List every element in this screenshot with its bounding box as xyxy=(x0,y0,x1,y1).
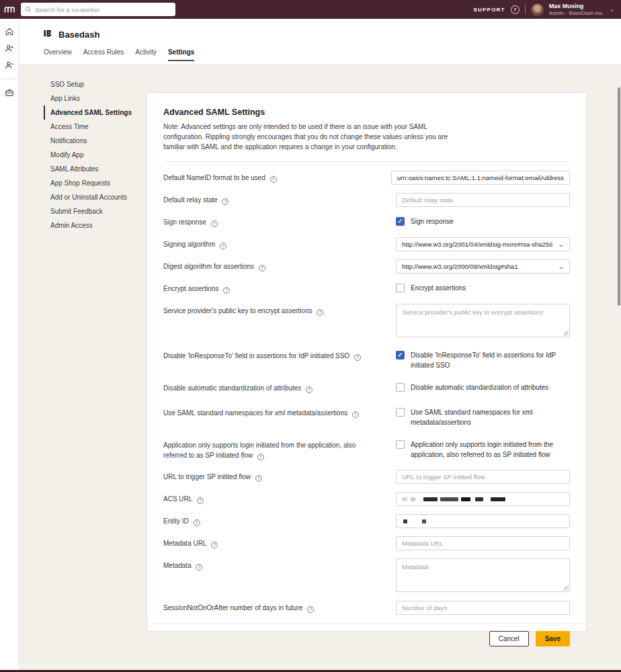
metadata-textarea[interactable]: Metadata xyxy=(396,558,570,592)
resize-handle-icon[interactable] xyxy=(564,586,569,591)
sidebar-item-app-links[interactable]: App Links xyxy=(44,91,147,106)
remove-user-icon[interactable] xyxy=(5,60,14,70)
cancel-button[interactable]: Cancel xyxy=(489,631,529,646)
sp-flow-url-input[interactable]: URL to trigger SP initited flow xyxy=(396,470,570,484)
session-days-input[interactable]: Number of days xyxy=(396,601,570,615)
acs-url-input[interactable] xyxy=(396,492,570,506)
question-icon[interactable]: ? xyxy=(257,454,264,460)
field-label: Disable automatic standardization of att… xyxy=(163,384,303,392)
briefcase-icon[interactable] xyxy=(5,88,14,97)
default-relay-state-input[interactable]: Default relay state xyxy=(396,193,570,207)
disable-inresponseto-checkbox[interactable]: ✓ xyxy=(396,351,405,360)
sidebar-item-app-shop-requests[interactable]: App Shop Requests xyxy=(44,176,147,190)
question-icon[interactable]: ? xyxy=(222,198,229,205)
add-user-icon[interactable] xyxy=(5,44,14,53)
selected-value: http://www.w3.org/2001/04/xmldsig-more#r… xyxy=(402,241,552,248)
tab-activity[interactable]: Activity xyxy=(135,48,157,61)
checkbox-label[interactable]: Disable 'InResponseTo' field in assertio… xyxy=(411,350,570,370)
sidebar-item-notifications[interactable]: Notifications xyxy=(44,134,147,148)
default-nameid-format-input[interactable]: urn:oasis:names:tc:SAML:1.1:nameid-forma… xyxy=(391,171,570,185)
sidebar-item-access-time[interactable]: Access Time xyxy=(44,120,147,134)
question-icon[interactable]: ? xyxy=(306,386,313,393)
search-placeholder: Search for a co-worker xyxy=(35,6,99,13)
tab-access-rules[interactable]: Access Rules xyxy=(83,48,124,61)
save-button[interactable]: Save xyxy=(536,631,570,646)
question-icon[interactable]: ? xyxy=(352,411,359,418)
sidebar-item-add-or-uninstall-accounts[interactable]: Add or Uninstall Accounts xyxy=(44,190,147,204)
redacted-block xyxy=(402,497,407,501)
user-role: Admin · BaseDash Inc. xyxy=(549,10,604,16)
redacted-block xyxy=(422,519,426,523)
field-label: SessionNotOnOrAfter number of days in fu… xyxy=(163,604,304,612)
user-menu[interactable]: Max Musing Admin · BaseDash Inc. xyxy=(549,3,604,16)
redacted-block xyxy=(403,519,407,523)
rippling-logo-icon[interactable] xyxy=(0,5,19,13)
question-icon[interactable]: ? xyxy=(211,542,218,548)
field-label: ACS URL xyxy=(163,495,194,503)
input-value: urn:oasis:names:tc:SAML:1.1:nameid-forma… xyxy=(397,174,564,181)
sidebar-item-submit-feedback[interactable]: Submit Feedback xyxy=(44,204,147,218)
tab-settings[interactable]: Settings xyxy=(168,48,194,61)
help-icon[interactable]: ? xyxy=(511,5,520,14)
saml-namespaces-control: Use SAML standard namespaces for xml met… xyxy=(396,406,570,427)
question-icon[interactable]: ? xyxy=(259,265,265,271)
sp-public-key-textarea[interactable]: Service provider's public key to encrypt… xyxy=(396,304,570,337)
checkbox-label[interactable]: Application only supports login initiate… xyxy=(411,439,570,460)
question-icon[interactable]: ? xyxy=(354,354,361,361)
redacted-block xyxy=(475,497,483,501)
app-header: Basedash OverviewAccess RulesActivitySet… xyxy=(19,19,621,65)
redacted-block xyxy=(411,497,415,501)
question-icon[interactable]: ? xyxy=(196,564,202,571)
home-icon[interactable] xyxy=(5,27,14,36)
question-icon[interactable]: ? xyxy=(194,519,200,526)
field-label: Encrypt assertions xyxy=(163,285,220,292)
entity-id-input[interactable] xyxy=(396,514,570,528)
sidebar-item-admin-access[interactable]: Admin Access xyxy=(44,218,147,233)
search-input[interactable]: Search for a co-worker xyxy=(21,3,175,16)
question-icon[interactable]: ? xyxy=(211,220,218,227)
chevron-down-icon[interactable]: ⌄ xyxy=(609,6,614,13)
checkbox-label[interactable]: Use SAML standard namespaces for xml met… xyxy=(411,407,570,427)
metadata-url-input[interactable]: Metadata URL xyxy=(396,536,570,550)
support-link[interactable]: SUPPORT xyxy=(474,7,505,13)
disable-standardization-checkbox[interactable] xyxy=(396,383,405,392)
question-icon[interactable]: ? xyxy=(307,606,314,613)
question-icon[interactable]: ? xyxy=(270,176,277,183)
field-label: Entity ID xyxy=(163,517,191,525)
sidebar-item-advanced-saml-settings[interactable]: Advanced SAML Settings xyxy=(44,106,147,120)
signing-algorithm-select[interactable]: http://www.w3.org/2001/04/xmldsig-more#r… xyxy=(396,237,570,251)
user-avatar[interactable] xyxy=(531,3,544,16)
digest-algorithm-label: Digest algorithm for assertions ? xyxy=(163,259,396,274)
metadata-label: Metadata ? xyxy=(163,558,396,592)
vertical-scrollbar[interactable] xyxy=(618,87,620,306)
form-row-signing-algorithm: Signing algorithm ?http://www.w3.org/200… xyxy=(163,237,570,251)
tab-overview[interactable]: Overview xyxy=(44,48,72,61)
question-icon[interactable]: ? xyxy=(223,287,230,294)
sidebar-item-saml-attributes[interactable]: SAML Attributes xyxy=(44,162,147,176)
question-icon[interactable]: ? xyxy=(317,309,323,316)
form-row-session-days: SessionNotOnOrAfter number of days in fu… xyxy=(163,601,570,615)
question-icon[interactable]: ? xyxy=(197,497,204,504)
form-row-metadata-url: Metadata URL ?Metadata URL xyxy=(163,536,570,550)
disable-standardization-label: Disable automatic standardization of att… xyxy=(163,381,396,395)
session-days-label: SessionNotOnOrAfter number of days in fu… xyxy=(163,601,396,615)
question-icon[interactable]: ? xyxy=(220,243,226,249)
checkbox-label[interactable]: Sign response xyxy=(411,216,454,226)
session-days-control: Number of days xyxy=(396,601,570,615)
checkbox-label[interactable]: Encrypt assertions xyxy=(411,283,466,293)
question-icon[interactable]: ? xyxy=(255,475,262,482)
default-nameid-format-control: urn:oasis:names:tc:SAML:1.1:nameid-forma… xyxy=(391,171,570,185)
sidebar-item-sso-setup[interactable]: SSO Setup xyxy=(44,77,147,91)
sign-response-checkbox[interactable]: ✓ xyxy=(396,217,405,226)
sp-initiated-only-checkbox[interactable] xyxy=(396,440,405,449)
encrypt-assertions-checkbox[interactable] xyxy=(396,284,405,292)
card-footer: Cancel Save xyxy=(147,623,586,655)
metadata-control: Metadata xyxy=(396,558,570,592)
digest-algorithm-select[interactable]: http://www.w3.org/2000/09/xmldsig#sha1⌄ xyxy=(396,259,570,274)
field-label: Signing algorithm xyxy=(163,241,217,248)
sidebar-item-modify-app[interactable]: Modify App xyxy=(44,148,147,162)
page-title: Basedash xyxy=(58,30,99,40)
saml-namespaces-checkbox[interactable] xyxy=(396,408,405,417)
checkbox-label[interactable]: Disable automatic standardization of att… xyxy=(411,382,548,392)
resize-handle-icon[interactable] xyxy=(564,331,569,336)
